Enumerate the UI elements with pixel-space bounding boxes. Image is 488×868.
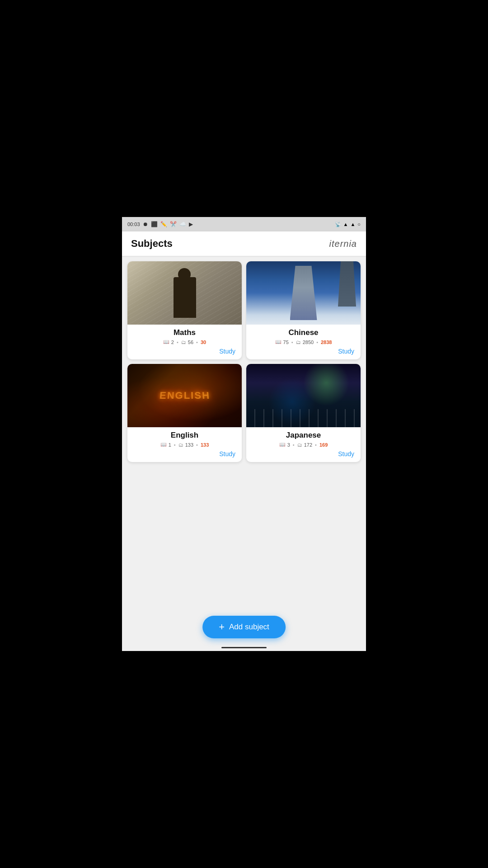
chinese-lessons-count: 75 — [283, 340, 289, 345]
english-stats: 📖 1 • 🗂 133 • 133 — [132, 442, 237, 448]
english-cards-count: 133 — [185, 442, 193, 448]
signal-icon: ▲ — [350, 222, 355, 227]
page-title: Subjects — [131, 238, 173, 250]
chinese-cards-icon: 🗂 — [296, 340, 301, 345]
maths-study-container: Study — [132, 348, 237, 355]
maths-cards-count: 56 — [188, 340, 193, 345]
cast-icon: 📡 — [335, 222, 341, 227]
english-dot1: • — [174, 442, 176, 448]
maths-cards-icon: 🗂 — [181, 340, 186, 345]
status-time: 00:03 — [127, 222, 140, 227]
subject-card-english: English 📖 1 • 🗂 133 • 133 Study — [127, 364, 242, 462]
japanese-dot1: • — [293, 442, 295, 448]
maths-figure — [174, 277, 196, 318]
japanese-name: Japanese — [251, 431, 356, 440]
japanese-study-container: Study — [251, 450, 356, 458]
battery-icon: ○ — [357, 222, 361, 227]
status-icon-scissors: ✂️ — [170, 221, 177, 227]
card-image-chinese — [246, 261, 361, 325]
card-image-maths — [127, 261, 242, 325]
japanese-lessons-icon: 📖 — [279, 442, 286, 448]
english-due-count: 133 — [201, 442, 209, 448]
status-bar: 00:03 ⏺ ⬛ ✏️ ✂️ ☁️ ▶ 📡 ▲ ▲ ○ — [122, 217, 366, 231]
chinese-name: Chinese — [251, 328, 356, 337]
maths-name: Maths — [132, 328, 237, 337]
english-dot2: • — [196, 442, 198, 448]
chinese-stats: 📖 75 • 🗂 2850 • 2838 — [251, 339, 356, 345]
subjects-grid: Maths 📖 2 • 🗂 56 • 30 Study — [127, 261, 361, 462]
japanese-stats: 📖 3 • 🗂 172 • 169 — [251, 442, 356, 448]
japanese-cards-icon: 🗂 — [297, 442, 302, 448]
maths-lessons-icon: 📖 — [163, 339, 169, 345]
japanese-cards-count: 172 — [304, 442, 312, 448]
subject-card-japanese: Japanese 📖 3 • 🗂 172 • 169 Study — [246, 364, 361, 462]
maths-stats: 📖 2 • 🗂 56 • 30 — [132, 339, 237, 345]
app-logo: iternia — [329, 239, 357, 249]
chinese-study-container: Study — [251, 348, 356, 355]
english-study-container: Study — [132, 450, 237, 458]
main-content: Maths 📖 2 • 🗂 56 • 30 Study — [122, 256, 366, 651]
chinese-dot2: • — [316, 340, 318, 345]
chinese-cards-count: 2850 — [303, 340, 314, 345]
chinese-dot1: • — [291, 340, 293, 345]
maths-dot1: • — [177, 340, 178, 345]
status-icon-cloud: ☁️ — [179, 221, 186, 227]
status-icon-pen: ✏️ — [160, 221, 167, 227]
add-subject-button[interactable]: + Add subject — [202, 616, 286, 638]
wifi-icon: ▲ — [343, 222, 348, 227]
header: Subjects iternia — [122, 231, 366, 256]
maths-dot2: • — [196, 340, 198, 345]
chinese-card-body: Chinese 📖 75 • 🗂 2850 • 2838 Study — [246, 325, 361, 359]
english-card-body: English 📖 1 • 🗂 133 • 133 Study — [127, 427, 242, 462]
chinese-lessons-icon: 📖 — [275, 339, 282, 345]
english-cards-icon: 🗂 — [178, 442, 183, 448]
fab-label: Add subject — [229, 623, 269, 632]
status-icon-screenshot: ⬛ — [151, 221, 158, 227]
chinese-due-count: 2838 — [321, 340, 332, 345]
maths-due-count: 30 — [201, 340, 206, 345]
english-name: English — [132, 431, 237, 440]
subject-card-chinese: Chinese 📖 75 • 🗂 2850 • 2838 Study — [246, 261, 361, 359]
status-right: 📡 ▲ ▲ ○ — [335, 222, 361, 227]
maths-lessons-count: 2 — [171, 340, 174, 345]
english-lessons-count: 1 — [169, 442, 171, 448]
chinese-study-button[interactable]: Study — [338, 348, 354, 355]
japanese-dot2: • — [315, 442, 317, 448]
japanese-study-button[interactable]: Study — [338, 450, 354, 458]
japanese-due-count: 169 — [319, 442, 328, 448]
english-lessons-icon: 📖 — [160, 442, 167, 448]
home-indicator — [221, 647, 267, 648]
fab-container: + Add subject — [202, 616, 286, 638]
status-icon-play: ▶ — [189, 221, 193, 227]
card-image-english — [127, 364, 242, 427]
english-study-button[interactable]: Study — [219, 450, 235, 458]
status-left: 00:03 ⏺ ⬛ ✏️ ✂️ ☁️ ▶ — [127, 221, 193, 227]
fab-plus-icon: + — [219, 622, 225, 632]
maths-card-body: Maths 📖 2 • 🗂 56 • 30 Study — [127, 325, 242, 359]
card-image-japanese — [246, 364, 361, 427]
japanese-card-body: Japanese 📖 3 • 🗂 172 • 169 Study — [246, 427, 361, 462]
status-icon-record: ⏺ — [143, 221, 148, 227]
japanese-lessons-count: 3 — [287, 442, 290, 448]
maths-study-button[interactable]: Study — [219, 348, 235, 355]
bottom-space — [127, 467, 361, 503]
subject-card-maths: Maths 📖 2 • 🗂 56 • 30 Study — [127, 261, 242, 359]
